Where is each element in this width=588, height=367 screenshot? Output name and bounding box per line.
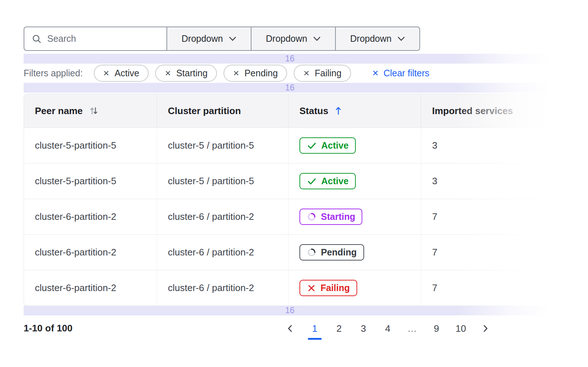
chevron-left-icon — [286, 324, 295, 333]
cell-imported-services: 3 — [421, 164, 588, 199]
cell-cluster-partition: cluster-6 / partition-2 — [157, 270, 288, 306]
pagination-summary: 1-10 of 100 — [24, 322, 72, 334]
status-badge-pending: Pending — [299, 244, 364, 261]
cell-status: Starting — [288, 199, 421, 234]
filter-chip-failing[interactable]: ✕ Failing — [294, 65, 351, 82]
cell-status: Failing — [288, 270, 421, 306]
chevron-down-icon — [229, 36, 236, 41]
pagination-page-10[interactable]: 10 — [454, 322, 468, 335]
table-row: cluster-6-partition-2 cluster-6 / partit… — [24, 199, 588, 234]
cell-peer-name: cluster-5-partition-5 — [24, 164, 157, 199]
clear-filters-icon: ✕ — [372, 69, 379, 77]
cell-status: Active — [288, 128, 421, 163]
cell-imported-services: 7 — [421, 199, 588, 234]
search-input[interactable] — [47, 33, 159, 44]
chevron-down-icon — [313, 36, 321, 41]
cell-cluster-partition: cluster-6 / partition-2 — [157, 199, 288, 234]
cell-peer-name: cluster-5-partition-5 — [24, 128, 157, 163]
cell-cluster-partition: cluster-5 / partition-5 — [157, 164, 288, 199]
cell-peer-name: cluster-6-partition-2 — [24, 199, 157, 234]
spacing-annotation: 16 — [24, 54, 556, 64]
table-row: cluster-6-partition-2 cluster-6 / partit… — [24, 234, 588, 270]
dropdown-button-1[interactable]: Dropdown — [167, 27, 251, 51]
status-badge-active: Active — [299, 137, 356, 154]
cell-status: Pending — [288, 235, 421, 270]
peers-table: Peer name Cluster partition Status Impor… — [24, 94, 588, 306]
pagination-page-1[interactable]: 1 — [307, 322, 322, 335]
table-row: cluster-5-partition-5 cluster-5 / partit… — [24, 163, 588, 199]
column-header-cluster-partition[interactable]: Cluster partition — [157, 94, 288, 128]
pagination-bar: 1-10 of 100 1 2 3 4 … 9 10 — [24, 322, 564, 335]
spacing-annotation-label: 16 — [285, 306, 295, 315]
filter-chip-starting[interactable]: ✕ Starting — [155, 65, 217, 82]
filter-chip-pending[interactable]: ✕ Pending — [223, 65, 287, 82]
filter-chip-label: Pending — [245, 68, 278, 78]
dropdown-button-2[interactable]: Dropdown — [251, 27, 336, 51]
dropdown-label: Dropdown — [182, 33, 223, 44]
filter-chip-active[interactable]: ✕ Active — [94, 65, 149, 82]
cell-status: Active — [288, 164, 421, 199]
pagination-nav: 1 2 3 4 … 9 10 — [283, 322, 492, 335]
pagination-prev-button[interactable] — [283, 322, 298, 335]
cell-imported-services: 3 — [421, 128, 588, 163]
cell-cluster-partition: cluster-6 / partition-2 — [157, 235, 288, 270]
table-header-row: Peer name Cluster partition Status Impor… — [24, 94, 588, 128]
spacing-annotation: 16 — [24, 83, 556, 93]
status-badge-starting: Starting — [299, 209, 362, 225]
cell-imported-services: 7 — [421, 270, 588, 306]
filter-chip-label: Failing — [315, 68, 342, 78]
filters-applied-row: Filters applied: ✕ Active ✕ Starting ✕ P… — [24, 64, 430, 83]
status-badge-failing: Failing — [299, 280, 357, 296]
table-row: cluster-5-partition-5 cluster-5 / partit… — [24, 128, 588, 163]
clear-filters-label: Clear filters — [383, 68, 429, 78]
remove-filter-icon: ✕ — [303, 69, 310, 77]
status-badge-active: Active — [299, 173, 356, 189]
chevron-down-icon — [398, 36, 405, 41]
sort-ascending-icon — [334, 106, 343, 116]
pagination-page-9[interactable]: 9 — [429, 322, 444, 335]
spacing-annotation-label: 16 — [285, 83, 295, 93]
column-header-status[interactable]: Status — [288, 94, 421, 128]
dropdown-label: Dropdown — [350, 33, 392, 44]
spacing-annotation-label: 16 — [285, 54, 295, 64]
filter-chip-label: Starting — [176, 68, 208, 78]
cell-peer-name: cluster-6-partition-2 — [24, 235, 157, 270]
table-row: cluster-6-partition-2 cluster-6 / partit… — [24, 270, 588, 306]
cell-imported-services: 7 — [421, 235, 588, 270]
dropdown-button-3[interactable]: Dropdown — [336, 27, 420, 51]
chevron-right-icon — [480, 324, 490, 333]
clear-filters-link[interactable]: ✕ Clear filters — [372, 68, 430, 78]
pagination-page-4[interactable]: 4 — [380, 322, 395, 335]
search-box[interactable] — [24, 27, 167, 51]
dropdown-label: Dropdown — [266, 33, 307, 44]
column-header-peer-name[interactable]: Peer name — [24, 94, 157, 128]
remove-filter-icon: ✕ — [103, 69, 110, 77]
spinner-icon — [307, 212, 317, 222]
cell-cluster-partition: cluster-5 / partition-5 — [157, 128, 288, 163]
pagination-page-2[interactable]: 2 — [332, 322, 346, 335]
filter-chip-label: Active — [114, 68, 139, 78]
pagination-page-3[interactable]: 3 — [356, 322, 371, 335]
filter-toolbar: Dropdown Dropdown Dropdown — [24, 27, 420, 51]
remove-filter-icon: ✕ — [233, 69, 239, 77]
x-icon — [307, 283, 316, 293]
filters-applied-label: Filters applied: — [24, 68, 83, 78]
check-icon — [307, 176, 317, 186]
column-header-imported-services[interactable]: Imported services — [421, 94, 588, 128]
pagination-ellipsis: … — [405, 322, 419, 335]
search-icon — [32, 34, 42, 44]
remove-filter-icon: ✕ — [165, 69, 171, 77]
spinner-icon — [307, 247, 317, 257]
pagination-next-button[interactable] — [478, 322, 492, 335]
sort-both-icon — [89, 105, 99, 116]
check-icon — [307, 141, 317, 151]
cell-peer-name: cluster-6-partition-2 — [24, 270, 157, 306]
spacing-annotation: 16 — [24, 306, 556, 315]
